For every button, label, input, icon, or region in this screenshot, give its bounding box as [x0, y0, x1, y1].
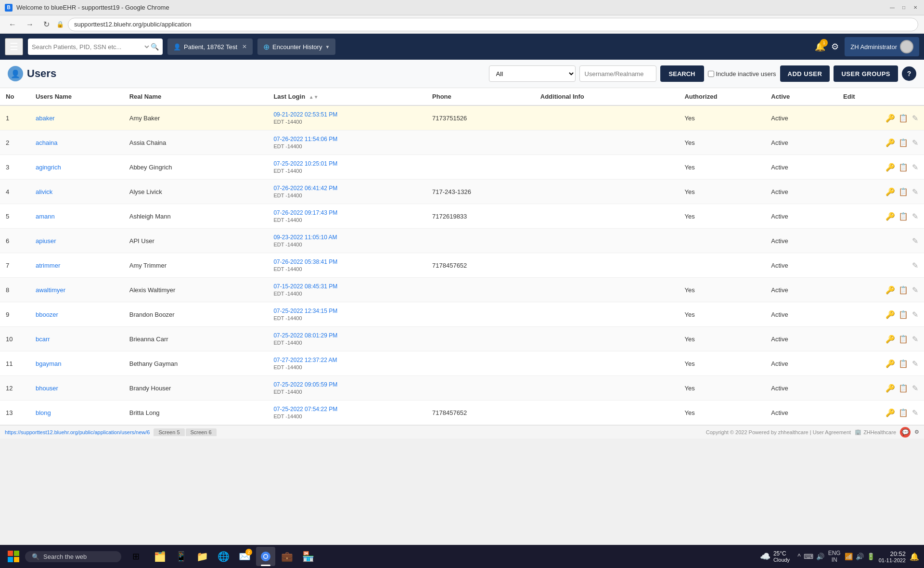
role-filter-select[interactable]: All	[489, 65, 576, 82]
col-lastlogin[interactable]: Last Login ▲▼	[268, 88, 426, 105]
back-button[interactable]: ←	[6, 19, 19, 30]
edit-icon[interactable]: ✎	[912, 360, 918, 368]
edit-icon[interactable]: ✎	[912, 286, 918, 294]
role-icon[interactable]: 🔑	[886, 360, 895, 368]
row-username[interactable]: achaina	[30, 130, 124, 155]
row-username[interactable]: amann	[30, 204, 124, 229]
username-filter-input[interactable]	[579, 65, 656, 82]
role-icon[interactable]: 🔑	[886, 163, 895, 171]
permissions-icon[interactable]: 📋	[898, 384, 908, 392]
close-button[interactable]: ✕	[911, 4, 919, 12]
permissions-icon[interactable]: 📋	[898, 310, 908, 319]
wifi-icon[interactable]: 📶	[845, 553, 853, 560]
edit-icon[interactable]: ✎	[912, 188, 918, 196]
edit-icon[interactable]: ✎	[912, 212, 918, 220]
tab-patient[interactable]: 👤 Patient, 18762 Test ✕	[167, 39, 253, 55]
taskbar-app-edge[interactable]: 🌐	[214, 547, 233, 566]
patient-tab-close[interactable]: ✕	[242, 43, 247, 50]
role-icon[interactable]: 🔑	[886, 335, 895, 343]
tab-encounter-history[interactable]: ⊕ Encounter History ▼	[257, 39, 335, 55]
row-username[interactable]: atrimmer	[30, 253, 124, 278]
role-icon[interactable]: 🔑	[886, 212, 895, 220]
taskbar-search-bar[interactable]: 🔍 Search the web	[25, 551, 121, 562]
row-username[interactable]: bgayman	[30, 351, 124, 376]
permissions-icon[interactable]: 📋	[898, 139, 908, 147]
row-username[interactable]: bcarr	[30, 327, 124, 351]
user-groups-button[interactable]: USER GROUPS	[834, 65, 898, 82]
include-inactive-checkbox[interactable]	[708, 71, 714, 77]
taskbar-app-teams2[interactable]: 💼	[277, 547, 296, 566]
maximize-button[interactable]: □	[900, 4, 908, 12]
edit-icon[interactable]: ✎	[912, 237, 918, 245]
row-username[interactable]: agingrich	[30, 155, 124, 180]
edit-icon[interactable]: ✎	[912, 114, 918, 122]
edit-icon[interactable]: ✎	[912, 384, 918, 392]
include-inactive-label[interactable]: Include inactive users	[708, 70, 776, 77]
forward-button[interactable]: →	[23, 19, 37, 30]
taskbar-app-store[interactable]: 🏪	[298, 547, 318, 566]
battery-icon[interactable]: 🔋	[867, 553, 875, 560]
notifications-panel-icon[interactable]: 🔔	[910, 552, 919, 561]
edit-icon[interactable]: ✎	[912, 139, 918, 147]
reload-button[interactable]: ↻	[40, 19, 52, 30]
permissions-icon[interactable]: 📋	[898, 286, 908, 294]
encounter-tab-dropdown-icon[interactable]: ▼	[325, 44, 330, 50]
settings-status-icon[interactable]: ⚙	[914, 429, 919, 435]
row-username[interactable]: bhouser	[30, 376, 124, 400]
screen6-tab[interactable]: Screen 6	[186, 428, 217, 436]
permissions-icon[interactable]: 📋	[898, 409, 908, 417]
role-icon[interactable]: 🔑	[886, 409, 895, 417]
search-icon[interactable]: 🔍	[151, 43, 159, 51]
taskbar-app-explorer[interactable]: 🗂️	[150, 547, 169, 566]
screen5-tab[interactable]: Screen 5	[154, 428, 184, 436]
speaker-icon[interactable]: 🔊	[816, 553, 824, 560]
help-button[interactable]: ?	[902, 66, 916, 81]
edit-icon[interactable]: ✎	[912, 261, 918, 270]
role-icon[interactable]: 🔑	[886, 188, 895, 196]
user-menu-button[interactable]: ZH Administrator	[845, 37, 919, 56]
row-username[interactable]: alivick	[30, 180, 124, 204]
row-username[interactable]: apiuser	[30, 229, 124, 253]
edit-icon[interactable]: ✎	[912, 409, 918, 417]
role-icon[interactable]: 🔑	[886, 114, 895, 122]
search-users-button[interactable]: SEARCH	[660, 65, 704, 82]
role-icon[interactable]: 🔑	[886, 286, 895, 294]
row-edit-actions: 🔑 📋 ✎	[837, 400, 924, 425]
volume-icon[interactable]: 🔊	[856, 553, 864, 560]
row-username[interactable]: abaker	[30, 105, 124, 130]
role-icon[interactable]: 🔑	[886, 384, 895, 392]
hamburger-menu[interactable]: ☰	[5, 38, 23, 55]
taskbar-app-mail[interactable]: ✉️ 2	[235, 547, 254, 566]
permissions-icon[interactable]: 📋	[898, 188, 908, 196]
language-display[interactable]: ENG IN	[828, 550, 841, 564]
add-user-button[interactable]: ADD USER	[780, 65, 830, 82]
edit-icon[interactable]: ✎	[912, 335, 918, 343]
permissions-icon[interactable]: 📋	[898, 212, 908, 220]
up-arrow-icon[interactable]: ^	[797, 553, 801, 560]
chat-bubble[interactable]: 💬	[900, 427, 911, 438]
taskbar-view-button[interactable]: ⊞	[126, 547, 145, 566]
patient-search-input[interactable]	[32, 43, 141, 51]
permissions-icon[interactable]: 📋	[898, 163, 908, 171]
edit-icon[interactable]: ✎	[912, 310, 918, 319]
permissions-icon[interactable]: 📋	[898, 360, 908, 368]
taskbar-app-chrome[interactable]	[256, 547, 275, 566]
address-bar[interactable]	[68, 18, 918, 31]
start-button[interactable]	[5, 548, 22, 565]
settings-button[interactable]: ⚙	[831, 41, 839, 52]
permissions-icon[interactable]: 📋	[898, 114, 908, 122]
role-icon[interactable]: 🔑	[886, 139, 895, 147]
keyboard-icon[interactable]: ⌨	[804, 553, 813, 560]
notification-button[interactable]: 🔔 1	[815, 41, 825, 52]
row-username[interactable]: awaltimyer	[30, 278, 124, 302]
row-username[interactable]: blong	[30, 400, 124, 425]
row-username[interactable]: bboozer	[30, 302, 124, 327]
taskbar-app-folder[interactable]: 📁	[192, 547, 212, 566]
minimize-button[interactable]: —	[888, 4, 896, 12]
users-table: No Users Name Real Name Last Login ▲▼ Ph…	[0, 88, 924, 425]
edit-icon[interactable]: ✎	[912, 163, 918, 171]
taskbar-app-teams[interactable]: 📱	[171, 547, 191, 566]
search-type-select[interactable]: ▼	[141, 43, 151, 50]
permissions-icon[interactable]: 📋	[898, 335, 908, 343]
role-icon[interactable]: 🔑	[886, 310, 895, 319]
